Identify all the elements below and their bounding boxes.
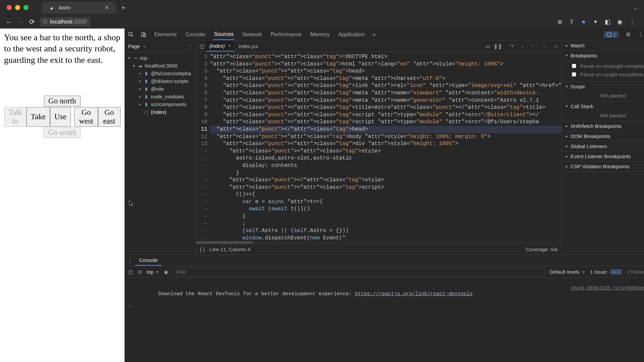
console-issues[interactable]: 1 Issue: ▭ 1 <box>590 269 622 275</box>
file-tree[interactable]: ▼▭top ▼☁localhost:3000 ▸▮@fs/Users/steph… <box>125 52 196 255</box>
address-bar[interactable]: ⓘ localhost:3000 <box>40 17 90 27</box>
tree-folder[interactable]: src/components <box>151 101 187 107</box>
panel-tab-sources[interactable]: Sources <box>213 29 234 40</box>
new-tab-button[interactable]: ＋ <box>120 3 127 12</box>
step-over-icon[interactable]: ↷ <box>508 43 515 49</box>
step-into-icon[interactable]: ↓ <box>520 43 525 49</box>
profile-icon[interactable]: ◉ <box>617 18 623 26</box>
clear-console-icon[interactable]: ⊘ <box>138 269 142 275</box>
tree-folder[interactable]: @fs/Users/stepha <box>151 71 191 76</box>
go-west-button[interactable]: Go west <box>74 107 98 127</box>
source-tab-index[interactable]: (index)✕ <box>206 41 235 51</box>
share-icon[interactable]: ⇪ <box>569 18 574 26</box>
step-icon[interactable]: → <box>540 43 548 49</box>
tab-list-button[interactable]: ⌄ <box>630 5 641 10</box>
bookmark-icon[interactable]: ★ <box>581 18 586 26</box>
forward-button[interactable]: → <box>17 18 24 26</box>
tree-host[interactable]: localhost:3000 <box>145 63 178 69</box>
drawer-tab-console[interactable]: Console <box>135 255 162 266</box>
devtools-menu-icon[interactable]: ⋮ <box>638 31 643 38</box>
global-listeners-section[interactable]: ▸Global Listeners <box>562 141 644 151</box>
panel-tab-application[interactable]: Application <box>338 30 365 40</box>
pretty-print-icon[interactable]: { } <box>200 246 205 252</box>
close-window-button[interactable] <box>7 5 12 10</box>
log-levels-selector[interactable]: Default levels▼ <box>549 269 585 275</box>
svg-rect-3 <box>607 33 611 36</box>
panel-tab-performance[interactable]: Performance <box>270 30 302 40</box>
maximize-window-button[interactable] <box>24 5 29 10</box>
csp-bp-section[interactable]: ▸CSP Violation Breakpoints <box>562 162 644 171</box>
panel-tab-elements[interactable]: Elements <box>154 30 178 40</box>
editor-status-bar: { } Line 11, Column 4 Coverage: n/a <box>196 244 562 255</box>
pause-icon[interactable]: ❚❚ <box>492 43 504 49</box>
step-out-icon[interactable]: ↑ <box>530 43 536 49</box>
toggle-nav-icon[interactable]: ◫ <box>198 43 205 49</box>
panel-tab-memory[interactable]: Memory <box>310 30 330 40</box>
dom-bp-section[interactable]: ▸DOM Breakpoints <box>562 131 644 141</box>
navigator-more-icon[interactable]: » <box>143 44 146 49</box>
go-east-button[interactable]: Go east <box>98 107 121 127</box>
go-north-button[interactable]: Go north <box>44 96 80 106</box>
coverage-status: Coverage: n/a <box>526 246 557 252</box>
use-button[interactable]: Use <box>50 107 71 127</box>
xhr-bp-section[interactable]: ▸XHR/fetch Breakpoints <box>562 121 644 131</box>
settings-icon[interactable]: ⚙ <box>626 31 631 38</box>
context-selector[interactable]: top▼ <box>147 269 159 275</box>
console-output[interactable]: chunk-DFKQJ226.js?v=9e6b4e8c:8 Download … <box>125 278 644 362</box>
more-panels-icon[interactable]: » <box>373 32 376 38</box>
breakpoints-section[interactable]: ▾Breakpoints <box>562 51 644 60</box>
pause-caught-checkbox[interactable]: Pause on caught exceptions <box>570 70 644 79</box>
navigator-menu-icon[interactable]: ⋮ <box>188 44 192 49</box>
rendered-page: You see a bar to the north, a shop to th… <box>0 29 125 362</box>
extensions-icon[interactable]: ✦ <box>593 18 598 26</box>
close-tab-icon[interactable]: ✕ <box>227 43 231 48</box>
event-bp-section[interactable]: ▸Event Listener Breakpoints <box>562 151 644 161</box>
pause-uncaught-checkbox[interactable]: Pause on uncaught exceptions <box>570 62 644 70</box>
zoom-icon[interactable]: ⊕ <box>557 18 562 26</box>
mouse-cursor-icon <box>129 200 134 207</box>
tree-folder[interactable]: node_modules <box>151 94 184 99</box>
console-filter-input[interactable] <box>173 268 545 276</box>
callstack-section[interactable]: ▾Call Stack <box>562 101 644 111</box>
log-link[interactable]: https://reactjs.org/link/react-devtools <box>355 291 473 297</box>
reload-button[interactable]: ⟳ <box>28 18 36 26</box>
tree-file-index[interactable]: (index) <box>151 109 167 115</box>
code-content[interactable]: "attr">class="punct"><"attr">class="tag"… <box>210 52 562 241</box>
go-south-button[interactable]: Go south <box>44 127 81 138</box>
scope-section[interactable]: ▾Scope <box>562 82 644 91</box>
tree-folder[interactable]: @id/astro:scripts <box>151 78 189 84</box>
tree-folder[interactable]: @vite <box>151 86 164 92</box>
console-sidebar-icon[interactable]: ◫ <box>128 269 133 275</box>
tab-close-icon[interactable]: ✕ <box>105 5 109 11</box>
source-tab-indexjsx[interactable]: index.jsx <box>235 41 261 51</box>
hidden-count[interactable]: 2 hidden <box>627 269 644 275</box>
console-prompt[interactable]: › <box>128 304 644 310</box>
site-info-icon[interactable]: ⓘ <box>43 19 47 25</box>
back-button[interactable]: ← <box>5 18 13 26</box>
talk-to-button[interactable]: Talk to <box>4 107 27 127</box>
device-toggle-icon[interactable] <box>141 32 146 38</box>
browser-tab-active[interactable]: ▲ Astro ✕ <box>42 2 116 14</box>
deactivate-bp-icon[interactable]: ⬭ <box>552 43 559 49</box>
menu-icon[interactable]: ⋮ <box>629 18 635 26</box>
inspect-icon[interactable] <box>128 32 134 38</box>
live-expression-icon[interactable]: ◉ <box>164 269 168 275</box>
issues-badge[interactable]: 1 <box>604 31 618 38</box>
log-source-link[interactable]: chunk-DFKQJ226.js?v=9e6b4e8c:8 <box>570 285 644 291</box>
sources-navigator: Page » ⋮ ▼▭top ▼☁localhost:3000 ▸▮@fs/Us… <box>125 41 196 255</box>
browser-chrome: ▲ Astro ✕ ＋ ⌄ ← → ⟳ ⓘ localhost:3000 ⊕ ⇪… <box>0 0 644 29</box>
panel-tab-network[interactable]: Network <box>242 30 263 40</box>
panel-tab-console[interactable]: Console <box>185 30 206 40</box>
drawer-menu-icon[interactable]: ⋮ <box>128 258 133 264</box>
code-view[interactable]: 12345678910111213––––––––––––––––––– "at… <box>196 52 562 241</box>
minimize-window-button[interactable] <box>15 5 20 10</box>
tab-strip: ▲ Astro ✕ ＋ ⌄ <box>0 0 644 15</box>
navigator-tab-page[interactable]: Page <box>128 43 140 49</box>
sidepanel-icon[interactable]: ◧ <box>605 18 610 26</box>
watch-section[interactable]: ▸Watch <box>562 41 644 50</box>
console-toolbar: ◫ ⊘ top▼ ◉ Default levels▼ 1 Issue: ▭ 1 … <box>125 266 644 278</box>
horizontal-scrollbar[interactable] <box>196 241 562 244</box>
take-button[interactable]: Take <box>27 107 50 127</box>
show-more-icon[interactable]: ▭ <box>484 43 492 49</box>
tree-top[interactable]: top <box>140 55 147 61</box>
